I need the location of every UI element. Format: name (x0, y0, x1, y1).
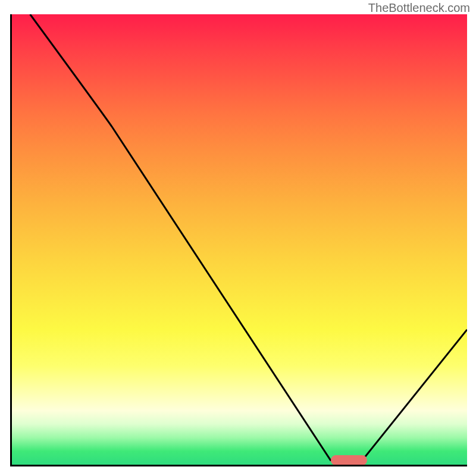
optimum-marker (331, 455, 367, 465)
watermark-text: TheBottleneck.com (368, 1, 470, 15)
plot-area (10, 14, 467, 466)
bottleneck-curve (12, 14, 467, 465)
